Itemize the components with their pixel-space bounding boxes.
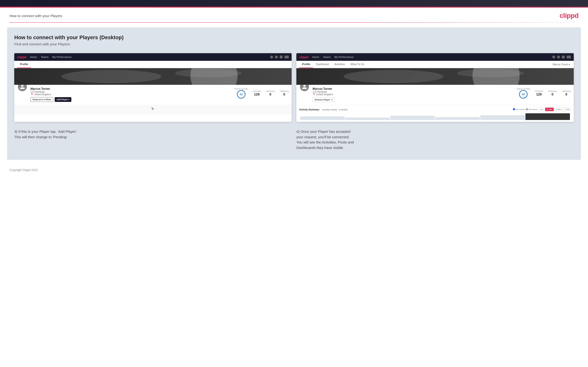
chart-bar-1 (300, 117, 345, 120)
following-label-1: Following (280, 90, 289, 92)
followers-value-2: 0 (552, 92, 553, 96)
mock-logo-2: clippd (299, 55, 308, 59)
page-header: How to connect with your Players clippd (0, 8, 588, 22)
chart-bar-3 (390, 116, 435, 120)
mock-nav-icons-1 (270, 56, 289, 58)
player-quality-circle-1: 92 (237, 90, 245, 99)
activity-summary-period: Monthly Activity · 6 Months (322, 108, 348, 111)
header-divider (9, 22, 579, 23)
followers-label-2: Followers (548, 90, 557, 92)
mock-stats-1: Player Quality 92 Activities 129 Followe… (233, 88, 289, 99)
mock-tabs-1: Profile (14, 61, 292, 68)
cursor-icon (151, 107, 155, 111)
period-1yr[interactable]: 1 yr (539, 108, 545, 111)
player-quality-label-1: Player Quality (234, 88, 248, 90)
mock-nav-home-2[interactable]: Home (312, 56, 319, 58)
mock-nav-home-1[interactable]: Home (30, 56, 37, 58)
tab-what-to-on-2[interactable]: What To On (347, 61, 367, 68)
following-value-1: 0 (283, 92, 285, 96)
activity-chart (299, 113, 571, 120)
period-1mth[interactable]: 1 mth (563, 108, 571, 111)
mock-nav-teams-2[interactable]: Teams (323, 56, 331, 58)
activities-group-2: Activities 129 (535, 90, 543, 96)
settings-icon-2[interactable] (562, 56, 565, 58)
mock-stats-2: Player Quality 92 Activities 129 Followe… (516, 88, 571, 99)
player-name-2: Marcus Turner (312, 87, 516, 91)
player-name-1: Marcus Turner (30, 87, 233, 91)
location-icon-2: 📍 (312, 93, 315, 96)
description-text-1: 3) If this is your Player tap, 'Add Play… (14, 129, 292, 140)
chart-bar-4 (435, 117, 480, 120)
mock-banner-1 (14, 68, 292, 85)
screenshots-row: clippd Home Teams My Performance Profile (14, 53, 574, 122)
period-buttons: 1 yr 6 mths 3 mths 1 mth (539, 108, 571, 111)
activity-summary-header: Activity Summary Monthly Activity · 6 Mo… (299, 107, 571, 111)
off-course-legend: Off course (526, 108, 537, 110)
on-course-dot (513, 108, 515, 110)
activity-summary-title: Activity Summary (299, 108, 319, 111)
settings-icon-1[interactable] (280, 56, 283, 58)
tab-dashboard-2[interactable]: Dashboard (313, 61, 332, 68)
mock-buttons-2: Remove Player ✕ (312, 97, 516, 102)
on-course-label: On course (516, 108, 525, 110)
screenshot-1: clippd Home Teams My Performance Profile (14, 53, 292, 122)
followers-value-1: 0 (269, 92, 271, 96)
player-quality-circle-2: 92 (519, 90, 527, 99)
tab-user-dropdown-2[interactable]: Marcus Turner ▾ (552, 61, 571, 68)
period-3mths[interactable]: 3 mths (554, 108, 563, 111)
player-quality-label-2: Player Quality (517, 88, 530, 90)
activities-group-1: Activities 129 (253, 90, 261, 96)
user-icon-1[interactable] (275, 56, 278, 58)
copyright-text: Copyright Clippd 2022 (9, 168, 38, 172)
chart-bar-5 (480, 115, 525, 120)
globe-icon-2[interactable] (567, 56, 571, 58)
mock-nav-icons-2 (552, 56, 571, 58)
player-handicap-1: 1-5 Handicap (30, 91, 233, 93)
player-quality-group-2: Player Quality 92 (517, 88, 530, 99)
page-breadcrumb: How to connect with your Players (9, 14, 62, 18)
tab-activities-2[interactable]: Activities (332, 61, 347, 68)
off-course-label: Off course (528, 108, 537, 110)
following-group-2: Following 0 (562, 90, 571, 96)
player-country-2: 📍 United Kingdom (312, 93, 516, 96)
following-value-2: 0 (565, 92, 567, 96)
chart-bar-2 (345, 117, 390, 120)
period-6mths[interactable]: 6 mths (545, 108, 554, 111)
search-icon-2[interactable] (552, 56, 555, 58)
followers-group-2: Followers 0 (548, 90, 557, 96)
mock-profile-section-2: Marcus Turner 1-5 Handicap 📍 United King… (296, 85, 574, 105)
mock-nav-performance-1[interactable]: My Performance (52, 56, 72, 58)
mock-logo-1: clippd (17, 55, 26, 59)
search-icon-1[interactable] (270, 56, 273, 58)
screenshot-2: clippd Home Teams My Performance Profile… (296, 53, 574, 122)
description-col-2: 4) Once your Player has acceptedyour req… (296, 129, 574, 150)
main-title: How to connect with your Players (Deskto… (14, 34, 574, 41)
main-subtitle: Find and connect with your Players (14, 42, 574, 46)
mock-tabs-2: Profile Dashboard Activities What To On … (296, 61, 574, 68)
activity-controls: On course Off course 1 yr 6 mths 3 mths … (513, 108, 571, 111)
activities-label-1: Activities (253, 90, 261, 92)
remove-player-button[interactable]: Remove Player ✕ (312, 97, 335, 102)
activity-summary-section: Activity Summary Monthly Activity · 6 Mo… (296, 105, 574, 122)
activities-label-2: Activities (535, 90, 543, 92)
user-icon-2[interactable] (557, 56, 560, 58)
page-footer: Copyright Clippd 2022 (0, 165, 588, 175)
description-text-2: 4) Once your Player has acceptedyour req… (296, 129, 574, 150)
request-follow-button[interactable]: Request to Follow (30, 97, 53, 102)
mock-navbar-2: clippd Home Teams My Performance (296, 53, 574, 61)
mock-navbar-1: clippd Home Teams My Performance (14, 53, 292, 61)
mock-nav-performance-2[interactable]: My Performance (334, 56, 354, 58)
add-player-button[interactable]: Add Player + (55, 97, 71, 102)
following-group-1: Following 0 (280, 90, 289, 96)
location-icon-1: 📍 (30, 93, 33, 96)
top-bar (0, 0, 588, 7)
followers-group-1: Followers 0 (266, 90, 275, 96)
clippd-logo: clippd (560, 12, 579, 19)
mock-nav-teams-1[interactable]: Teams (41, 56, 49, 58)
tab-profile-2[interactable]: Profile (299, 61, 313, 68)
mock-banner-2 (296, 68, 574, 85)
close-icon-remove: ✕ (331, 98, 333, 101)
tab-profile-1[interactable]: Profile (17, 61, 31, 68)
player-quality-group-1: Player Quality 92 (234, 88, 248, 99)
globe-icon-1[interactable] (285, 56, 289, 58)
